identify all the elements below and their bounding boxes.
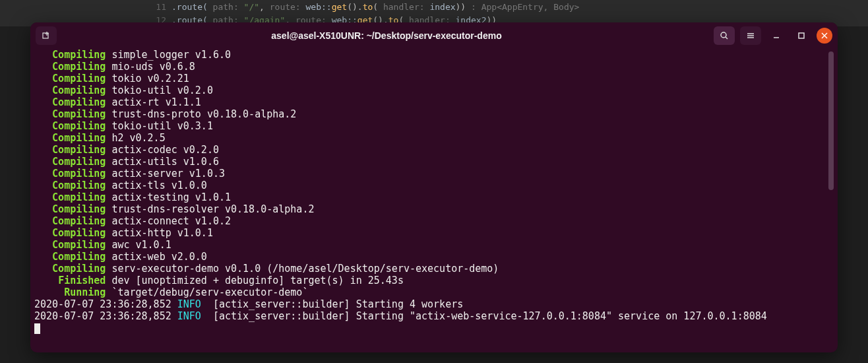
terminal-line: Compiling actix-codec v0.2.0: [34, 144, 834, 156]
terminal-line: Compiling serv-executor-demo v0.1.0 (/ho…: [34, 263, 834, 275]
terminal-window: asel@asel-X510UNR: ~/Desktop/serv-execut…: [30, 22, 838, 352]
terminal-line: Compiling actix-connect v1.0.2: [34, 215, 834, 227]
terminal-line: Compiling simple_logger v1.6.0: [34, 49, 834, 61]
terminal-line: Compiling tokio-util v0.2.0: [34, 84, 834, 96]
titlebar: asel@asel-X510UNR: ~/Desktop/serv-execut…: [30, 22, 838, 49]
search-icon: [720, 31, 729, 40]
maximize-icon: [797, 32, 805, 40]
terminal-line: Compiling actix-tls v1.0.0: [34, 180, 834, 191]
terminal-line: Compiling actix-server v1.0.3: [34, 168, 834, 180]
terminal-line: Compiling mio-uds v0.6.8: [34, 61, 834, 73]
terminal-line: Compiling actix-testing v1.0.1: [34, 191, 834, 203]
terminal-line: Compiling tokio v0.2.21: [34, 73, 834, 84]
terminal-line: Compiling h2 v0.2.5: [34, 132, 834, 144]
terminal-line: Compiling actix-web v2.0.0: [34, 251, 834, 263]
terminal-log-line: 2020-07-07 23:36:28,852 INFO [actix_serv…: [34, 310, 834, 322]
line-number: 11: [152, 2, 171, 12]
scrollbar-thumb[interactable]: [828, 51, 834, 190]
editor-line: 11 .route( path: "/", route: web::get().…: [152, 0, 868, 13]
terminal-line: Compiling awc v1.0.1: [34, 239, 834, 251]
close-icon: [821, 32, 828, 39]
terminal-line: Compiling actix-utils v1.0.6: [34, 156, 834, 168]
terminal-line: Compiling trust-dns-resolver v0.18.0-alp…: [34, 203, 834, 215]
code-content: .route( path: "/", route: web::get().to(…: [171, 2, 579, 12]
cursor-line: [34, 322, 834, 334]
terminal-line: Compiling actix-http v1.0.1: [34, 227, 834, 239]
new-tab-icon: [41, 30, 51, 41]
terminal-line: Compiling actix-rt v1.1.1: [34, 96, 834, 108]
search-button[interactable]: [714, 26, 735, 45]
terminal-line: Running `target/debug/serv-executor-demo…: [34, 286, 834, 298]
terminal-line: Compiling trust-dns-proto v0.18.0-alpha.…: [34, 108, 834, 120]
terminal-line: Finished dev [unoptimized + debuginfo] t…: [34, 275, 834, 286]
hamburger-icon: [746, 31, 755, 40]
new-tab-button[interactable]: [36, 26, 57, 45]
minimize-button[interactable]: [766, 26, 786, 45]
cursor: [34, 323, 40, 334]
maximize-button[interactable]: [791, 26, 811, 45]
svg-point-3: [721, 32, 726, 38]
menu-button[interactable]: [740, 26, 761, 45]
svg-rect-9: [799, 33, 804, 38]
terminal-log-line: 2020-07-07 23:36:28,852 INFO [actix_serv…: [34, 298, 834, 310]
minimize-icon: [772, 32, 780, 40]
terminal-output[interactable]: Compiling simple_logger v1.6.0 Compiling…: [30, 49, 838, 352]
terminal-line: Compiling tokio-util v0.3.1: [34, 120, 834, 132]
svg-line-4: [726, 37, 728, 39]
window-title: asel@asel-X510UNR: ~/Desktop/serv-execut…: [59, 30, 714, 41]
close-button[interactable]: [817, 28, 832, 44]
